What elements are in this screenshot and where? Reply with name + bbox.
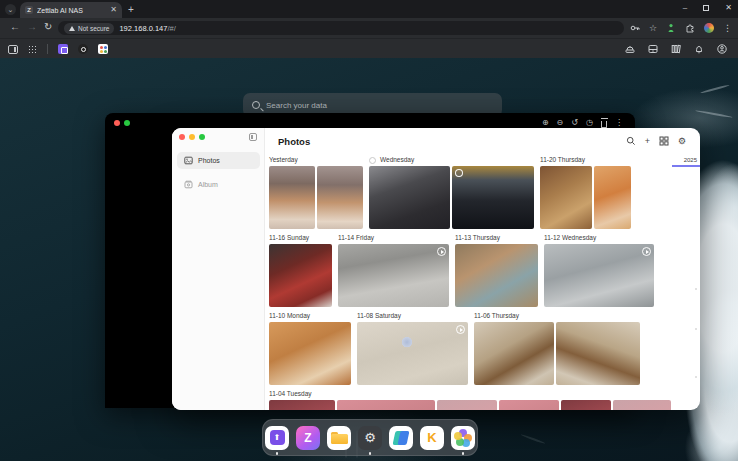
- dock: Z⚙K: [262, 419, 478, 456]
- photo-thumbnail[interactable]: [269, 166, 315, 229]
- album-icon: [184, 180, 193, 189]
- dock-item-k-app[interactable]: K: [420, 426, 444, 450]
- new-tab-button[interactable]: +: [128, 5, 134, 15]
- photo-thumbnail[interactable]: [437, 400, 497, 410]
- docs-cards-app-icon: [389, 426, 413, 450]
- browser-tab-bar: ⌄ Z Zettlab AI NAS ✕ + – ✕: [0, 0, 738, 18]
- select-circle-icon[interactable]: [369, 157, 376, 164]
- photo-thumbnail[interactable]: [357, 322, 468, 385]
- photo-date-group: 11-20 Thursday: [540, 154, 631, 229]
- browser-tab[interactable]: Z Zettlab AI NAS ✕: [20, 2, 122, 18]
- control-center-icon: ⚙: [358, 426, 382, 450]
- dock-item-app-store[interactable]: [265, 426, 289, 450]
- bookmark-star-icon[interactable]: ☆: [649, 20, 657, 36]
- url-text: 192.168.0.147/#/: [119, 24, 175, 33]
- extensions-puzzle-icon[interactable]: [685, 23, 695, 33]
- window-minimize-button[interactable]: –: [683, 1, 687, 15]
- dock-item-files[interactable]: [327, 426, 351, 450]
- key-icon[interactable]: [630, 23, 640, 33]
- photos-zoom-button[interactable]: [199, 134, 205, 140]
- dock-item-docs-cards-app[interactable]: [389, 426, 413, 450]
- photos-minimize-button[interactable]: [189, 134, 195, 140]
- not-secure-badge[interactable]: Not secure: [64, 23, 114, 34]
- photo-date-group: Wednesday: [369, 154, 534, 229]
- sidebar-collapse-icon[interactable]: [249, 133, 257, 141]
- bookmark-dark-circle-app[interactable]: [78, 44, 88, 54]
- dock-item-photos-app[interactable]: [451, 426, 475, 450]
- tab-search-icon[interactable]: ⌄: [5, 4, 16, 15]
- browser-toolbar: ← → ↻ Not secure 192.168.0.147/#/ ☆ ⋮: [0, 18, 738, 38]
- profile-avatar[interactable]: [704, 23, 714, 33]
- layout-grid-icon[interactable]: [659, 136, 669, 146]
- video-play-icon: [642, 247, 651, 256]
- library-icon[interactable]: [670, 43, 682, 55]
- photo-thumbnail[interactable]: [269, 244, 332, 307]
- search-icon[interactable]: [626, 136, 636, 146]
- photos-sidebar: Photos Album: [172, 128, 265, 410]
- bookmark-multicolor-app[interactable]: [98, 44, 108, 54]
- dock-item-control-center[interactable]: ⚙: [358, 426, 382, 450]
- photo-thumbnail[interactable]: [613, 400, 671, 410]
- video-play-icon: [437, 247, 446, 256]
- notification-bell-icon[interactable]: [693, 43, 705, 55]
- select-circle-icon[interactable]: [455, 169, 463, 177]
- viewer-zoom-button[interactable]: [124, 120, 130, 126]
- tab-close-icon[interactable]: ✕: [110, 6, 117, 14]
- date-label: 11-16 Sunday: [269, 232, 332, 244]
- photo-thumbnail[interactable]: [540, 166, 592, 229]
- photos-close-button[interactable]: [179, 134, 185, 140]
- screen: ⌄ Z Zettlab AI NAS ✕ + – ✕ ← → ↻ Not sec…: [0, 0, 738, 461]
- device-icon[interactable]: [624, 43, 636, 55]
- account-icon[interactable]: [716, 43, 728, 55]
- photo-thumbnail[interactable]: [369, 166, 450, 229]
- photo-date-group: 11-06 Thursday: [474, 310, 640, 385]
- photo-date-group: 11-12 Wednesday: [544, 232, 654, 307]
- photo-thumbnail[interactable]: [544, 244, 654, 307]
- storage-icon[interactable]: [647, 43, 659, 55]
- back-button[interactable]: ←: [10, 21, 20, 32]
- apps-grid-icon[interactable]: [28, 45, 37, 54]
- reload-button[interactable]: ↻: [44, 21, 52, 32]
- photo-date-group: 11-16 Sunday: [269, 232, 332, 307]
- date-label: 11-08 Saturday: [357, 310, 468, 322]
- photo-thumbnail[interactable]: [499, 400, 559, 410]
- delete-icon[interactable]: [601, 121, 607, 128]
- photo-thumbnail[interactable]: [269, 400, 335, 410]
- photo-thumbnail[interactable]: [338, 244, 449, 307]
- date-label: 11-10 Monday: [269, 310, 351, 322]
- photo-date-group: 11-10 Monday: [269, 310, 351, 385]
- photo-thumbnail[interactable]: [337, 400, 435, 410]
- photo-date-group: 11-14 Friday: [338, 232, 449, 307]
- photo-thumbnail[interactable]: [561, 400, 611, 410]
- bookmark-purple-app[interactable]: [58, 44, 68, 54]
- photo-thumbnail[interactable]: [556, 322, 640, 385]
- running-indicator: [462, 452, 465, 455]
- extension-a-icon[interactable]: [666, 23, 676, 33]
- dock-item-zettlab-z-app[interactable]: Z: [296, 426, 320, 450]
- warning-icon: [69, 26, 75, 31]
- photo-thumbnail[interactable]: [452, 166, 534, 229]
- window-restore-button[interactable]: [703, 5, 709, 11]
- photos-icon: [184, 156, 193, 165]
- side-panel-icon[interactable]: [8, 45, 18, 54]
- photo-thumbnail[interactable]: [474, 322, 554, 385]
- running-indicator: [369, 452, 372, 455]
- photo-thumbnail[interactable]: [269, 322, 351, 385]
- settings-gear-icon[interactable]: ⚙: [678, 135, 686, 147]
- photos-title: Photos: [278, 136, 310, 147]
- window-close-button[interactable]: ✕: [725, 1, 732, 15]
- address-bar[interactable]: Not secure 192.168.0.147/#/: [58, 21, 624, 35]
- add-icon[interactable]: +: [645, 135, 650, 147]
- viewer-close-button[interactable]: [114, 120, 120, 126]
- menu-dots-icon[interactable]: ⋮: [723, 20, 732, 36]
- sidebar-item-photos[interactable]: Photos: [177, 152, 260, 169]
- photo-grid: YesterdayWednesday11-20 Thursday11-16 Su…: [269, 154, 697, 410]
- photo-thumbnail[interactable]: [317, 166, 363, 229]
- photo-thumbnail[interactable]: [594, 166, 631, 229]
- zettlab-z-app-icon: Z: [296, 426, 320, 450]
- photo-thumbnail[interactable]: [455, 244, 538, 307]
- date-label: 11-12 Wednesday: [544, 232, 654, 244]
- forward-button[interactable]: →: [27, 21, 37, 32]
- sidebar-item-album[interactable]: Album: [177, 176, 260, 193]
- app-store-icon: [265, 426, 289, 450]
